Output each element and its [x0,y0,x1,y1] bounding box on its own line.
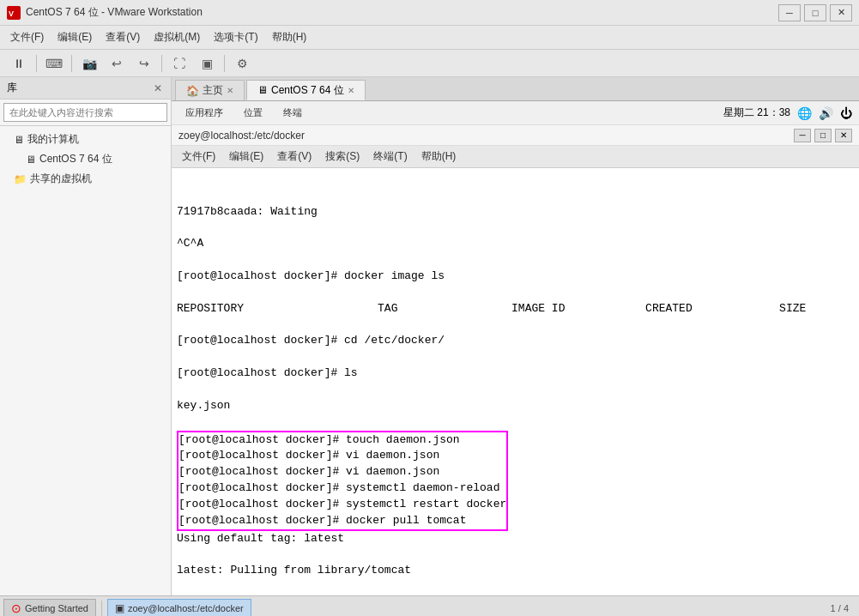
home-icon: 🏠 [186,85,199,97]
menu-file[interactable]: 文件(F) [3,27,51,48]
computer-icon: 🖥 [14,134,24,146]
term-menu-view[interactable]: 查看(V) [270,146,318,167]
sidebar-item-my-computer-label: 我的计算机 [27,132,79,147]
window-controls: ─ □ ✕ [778,4,852,21]
svg-text:V: V [9,9,14,18]
sidebar-item-my-computer[interactable]: 🖥 我的计算机 [0,130,171,149]
toolbar-sep-1 [36,55,37,72]
term-menu-help[interactable]: 帮助(H) [414,146,463,167]
sidebar-close-button[interactable]: ✕ [152,81,164,96]
close-button[interactable]: ✕ [830,4,852,21]
network-icon[interactable]: 🌐 [797,106,812,120]
terminal-title: zoey@localhost:/etc/docker [178,130,305,142]
vm-terminal-btn[interactable]: 终端 [276,105,309,121]
sidebar-title: 库 [7,81,17,95]
terminal-close[interactable]: ✕ [835,129,852,142]
sidebar-item-centos-label: CentOS 7 64 位 [39,152,112,166]
toolbar-sep-3 [161,55,162,72]
tab-home-label: 主页 [203,83,223,98]
toolbar-send-keys[interactable]: ⌨ [42,53,66,74]
minimize-button[interactable]: ─ [778,4,801,21]
toolbar-settings[interactable]: ⚙ [230,53,254,74]
toolbar-power-button[interactable]: ⏸ [7,53,31,74]
term-menu-terminal[interactable]: 终端(T) [366,146,414,167]
term-menu-edit[interactable]: 编辑(E) [222,146,270,167]
vm-window-controls: ─ □ ✕ [794,129,852,142]
folder-icon: 📁 [14,173,27,185]
sidebar: 库 ✕ 🖥 我的计算机 🖥 CentOS 7 64 位 📁 共享的虚拟机 [0,77,172,595]
terminal-container[interactable]: 71917b8caada: Waiting ^C^A [root@localho… [172,168,859,595]
menu-tabs[interactable]: 选项卡(T) [207,27,264,48]
datetime-display: 星期二 21：38 [723,106,790,120]
bottom-taskbar: ⊙ Getting Started ▣ zoey@localhost:/etc/… [0,595,859,616]
sidebar-item-centos[interactable]: 🖥 CentOS 7 64 位 [0,149,171,169]
toolbar-unity[interactable]: ▣ [195,53,219,74]
vm-location-btn[interactable]: 位置 [237,105,269,121]
sound-icon[interactable]: 🔊 [819,106,833,120]
terminal-output[interactable]: 71917b8caada: Waiting ^C^A [root@localho… [172,168,859,595]
vm-icon: 🖥 [26,154,36,166]
sidebar-search-input[interactable] [3,103,167,122]
sidebar-header: 库 ✕ [0,77,171,100]
toolbar-snapshot-next[interactable]: ↪ [132,53,156,74]
maximize-button[interactable]: □ [804,4,826,21]
vm-toolbar: 应用程序 位置 终端 星期二 21：38 🌐 🔊 ⏻ [172,101,859,125]
vmware-logo: V [7,6,21,20]
menu-vm[interactable]: 虚拟机(M) [147,27,207,48]
vmware-toolbar: ⏸ ⌨ 📷 ↩ ↪ ⛶ ▣ ⚙ [0,50,859,77]
vmware-menubar: 文件(F) 编辑(E) 查看(V) 虚拟机(M) 选项卡(T) 帮助(H) [0,26,859,50]
toolbar-snapshot[interactable]: 📷 [77,53,101,74]
vm-tab-icon: 🖥 [257,84,268,96]
tab-centos-close[interactable]: ✕ [348,86,354,95]
tab-bar: 🏠 主页 ✕ 🖥 CentOS 7 64 位 ✕ [172,77,859,101]
menu-help[interactable]: 帮助(H) [265,27,314,48]
taskbar-terminal[interactable]: ▣ zoey@localhost:/etc/docker [107,599,251,617]
taskbar-divider [101,601,102,616]
sidebar-tree: 🖥 我的计算机 🖥 CentOS 7 64 位 📁 共享的虚拟机 [0,126,171,595]
tab-home[interactable]: 🏠 主页 ✕ [175,80,245,100]
vm-header-bar: zoey@localhost:/etc/docker ─ □ ✕ [172,125,859,146]
terminal-menubar: 文件(F) 编辑(E) 查看(V) 搜索(S) 终端(T) 帮助(H) [172,146,859,168]
vm-applications-btn[interactable]: 应用程序 [178,105,230,121]
menu-edit[interactable]: 编辑(E) [51,27,99,48]
toolbar-sep-4 [224,55,225,72]
tab-centos-label: CentOS 7 64 位 [271,83,344,98]
terminal-maximize[interactable]: □ [814,129,832,142]
menu-view[interactable]: 查看(V) [99,27,147,48]
term-menu-file[interactable]: 文件(F) [175,146,222,167]
taskbar-page-indicator: 1 / 4 [831,603,856,613]
term-menu-search[interactable]: 搜索(S) [318,146,366,167]
vmware-titlebar: V CentOS 7 64 位 - VMware Workstation ─ □… [0,0,859,26]
taskbar-terminal-icon: ▣ [115,602,124,614]
toolbar-sep-2 [71,55,72,72]
terminal-minimize[interactable]: ─ [794,129,811,142]
taskbar-getting-started-label: Getting Started [25,603,88,613]
main-layout: 库 ✕ 🖥 我的计算机 🖥 CentOS 7 64 位 📁 共享的虚拟机 [0,77,859,595]
toolbar-fullscreen[interactable]: ⛶ [167,53,191,74]
tab-home-close[interactable]: ✕ [227,86,233,95]
sidebar-search-container [0,100,171,126]
time-bar: 星期二 21：38 🌐 🔊 ⏻ [723,106,852,120]
content-area: 🏠 主页 ✕ 🖥 CentOS 7 64 位 ✕ 应用程序 位置 终端 星期二 … [172,77,859,595]
taskbar-getting-started[interactable]: ⊙ Getting Started [3,599,96,617]
tab-centos[interactable]: 🖥 CentOS 7 64 位 ✕ [246,80,366,100]
sidebar-item-shared-vms[interactable]: 📁 共享的虚拟机 [0,169,171,189]
taskbar-terminal-label: zoey@localhost:/etc/docker [128,603,244,613]
window-title: CentOS 7 64 位 - VMware Workstation [26,5,778,20]
sidebar-item-shared-label: 共享的虚拟机 [30,172,92,186]
power-icon[interactable]: ⏻ [840,106,852,120]
getting-started-icon: ⊙ [11,601,21,615]
toolbar-snapshot-prev[interactable]: ↩ [105,53,129,74]
